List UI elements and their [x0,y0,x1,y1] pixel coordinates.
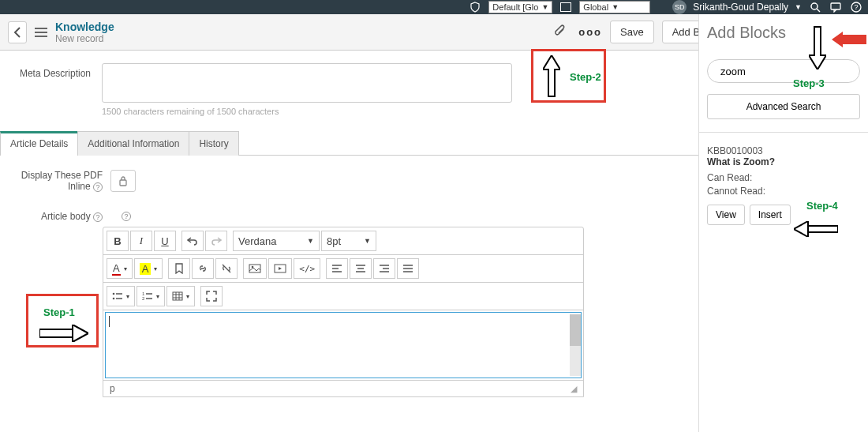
more-actions-icon[interactable]: ooo [578,26,602,38]
svg-point-0 [811,3,817,9]
add-blocks-panel: Add Blocks Advanced Search KBB0010003 Wh… [698,14,868,432]
annotation-step1-arrow [39,325,88,344]
display-pdf-row: Display These PDF Inline ? [0,170,698,192]
global-nav-bar: Default [Glo ▼ Global ▼ SD Srikanth-Goud… [0,0,868,14]
meta-char-counter: 1500 characters remaining of 1500 charac… [102,107,512,116]
save-button[interactable]: Save [610,21,654,43]
table-button[interactable]: ▾ [166,286,195,306]
blocks-search-input[interactable] [720,66,853,77]
page-title-main: Knowledge [55,21,114,33]
annotation-step2-label: Step-2 [570,71,601,83]
avatar[interactable]: SD [672,0,687,14]
chat-icon[interactable] [829,1,843,13]
menu-icon[interactable] [35,28,47,37]
redo-button[interactable] [205,231,227,251]
unlink-button[interactable] [215,258,238,279]
help-icon[interactable]: ? [93,182,103,192]
view-button[interactable]: View [707,205,745,225]
page-title: Knowledge New record [55,21,114,44]
editor-toolbar-row2: A▾ A▾ </> [103,255,583,283]
domain-select[interactable]: Global ▼ [579,1,650,13]
can-read-label: Can Read: [707,172,860,183]
form-tabs: Article Details Additional Information H… [0,130,698,156]
attachment-icon[interactable] [550,21,571,43]
search-icon[interactable] [808,1,822,13]
scrollbar-thumb[interactable] [570,314,581,346]
result-title[interactable]: What is Zoom? [707,156,860,167]
highlight-color-button[interactable]: A▾ [134,258,163,279]
italic-button[interactable]: I [130,231,152,251]
cannot-read-label: Cannot Read: [707,186,860,197]
undo-button[interactable] [181,231,204,251]
svg-point-25 [113,298,115,300]
underline-button[interactable]: U [154,231,176,251]
svg-text:2: 2 [142,296,145,301]
annotation-red-arrow [832,32,866,50]
chevron-down-icon: ▼ [795,3,802,11]
blocks-search[interactable] [707,59,860,83]
article-body-label: Article body ? [16,211,110,222]
annotation-step4-arrow [794,221,838,239]
align-left-button[interactable] [326,258,348,279]
image-button[interactable] [243,258,267,279]
insert-button[interactable]: Insert [750,205,791,225]
tab-history[interactable]: History [189,131,238,156]
fullscreen-button[interactable] [200,286,223,306]
article-body-row: Article body ? ? [0,211,698,222]
meta-description-row: Meta Description 1500 characters remaini… [0,55,698,119]
editor-toolbar-row1: B I U Verdana▼ 8pt▼ [103,227,583,255]
numbered-list-button[interactable]: 12▾ [137,286,165,306]
link-button[interactable] [192,258,214,279]
align-justify-button[interactable] [397,258,419,279]
lock-icon[interactable] [110,170,136,192]
chevron-down-icon: ▼ [541,3,548,11]
help-icon[interactable]: ? [93,212,103,222]
form-body: Meta Description 1500 characters remaini… [0,51,698,432]
resize-handle-icon[interactable]: ◢ [571,384,577,394]
advanced-search-button[interactable]: Advanced Search [707,94,860,119]
svg-line-1 [817,9,820,12]
display-pdf-label: Display These PDF Inline ? [16,170,110,192]
meta-description-field[interactable] [102,63,512,103]
annotation-step2-arrow [543,55,560,100]
help-icon[interactable]: ? [849,1,863,13]
editor-path: p [110,383,115,394]
shield-icon[interactable] [468,1,482,13]
editor-content-area[interactable] [105,312,582,378]
code-button[interactable]: </> [294,258,320,279]
editor-status-bar: p ◢ [103,380,583,396]
chevron-down-icon: ▼ [612,3,619,11]
help-icon[interactable]: ? [122,212,131,221]
svg-text:?: ? [854,3,858,11]
font-size-select[interactable]: 8pt▼ [321,231,376,251]
annotation-step3-label: Step-3 [793,77,825,89]
font-color-button[interactable]: A▾ [107,258,133,279]
scrollbar[interactable] [570,314,581,376]
align-right-button[interactable] [373,258,395,279]
annotation-panel-down-arrow [809,25,826,72]
video-button[interactable] [268,258,292,279]
svg-rect-37 [808,226,838,232]
layout-icon[interactable] [559,1,573,13]
user-name[interactable]: Srikanth-Goud Depally [693,2,788,13]
font-family-select[interactable]: Verdana▼ [233,231,320,251]
bullet-list-button[interactable]: ▾ [107,286,135,306]
rich-text-editor: B I U Verdana▼ 8pt▼ A▾ A▾ </> [103,227,584,397]
back-button[interactable] [8,21,27,43]
editor-toolbar-row3: ▾ 12▾ ▾ [103,283,583,310]
tab-article-details[interactable]: Article Details [0,131,78,156]
result-id: KBB0010003 [707,145,860,156]
meta-description-label: Meta Description [16,63,91,79]
svg-rect-7 [120,180,126,186]
scope-select-value: Default [Glo [492,2,538,12]
tab-additional-info[interactable]: Additional Information [77,131,189,156]
svg-rect-31 [173,292,182,300]
bookmark-button[interactable] [168,258,190,279]
scope-select[interactable]: Default [Glo ▼ [488,1,552,13]
annotation-step1-label: Step-1 [43,306,75,318]
align-center-button[interactable] [350,258,372,279]
svg-point-23 [113,293,115,295]
svg-rect-2 [831,3,840,9]
bold-button[interactable]: B [107,231,129,251]
svg-rect-36 [39,329,73,337]
